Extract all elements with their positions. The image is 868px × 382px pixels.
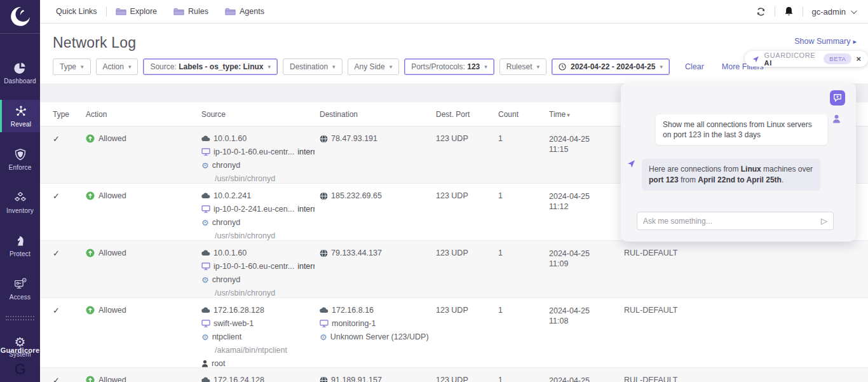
- source-ip: 172.16.24.128: [214, 376, 264, 382]
- divider: [775, 6, 775, 17]
- filter-date-range[interactable]: 2024-04-22 - 2024-04-25 ▾: [552, 58, 670, 75]
- top-nav-right: gc-admin: [756, 6, 855, 17]
- source-process: chronyd: [212, 218, 240, 227]
- filter-label: 2024-04-22 - 2024-04-25: [571, 62, 655, 71]
- col-header-destination[interactable]: Destination: [320, 110, 436, 119]
- brand-text: Guardicore: [0, 346, 40, 354]
- divider: [803, 6, 803, 17]
- row-check: ✓: [53, 249, 86, 258]
- filter-source[interactable]: Source: Labels - os_type: Linux▾: [143, 58, 278, 75]
- source-process: ntpclient: [212, 332, 242, 341]
- sidebar-item-access[interactable]: Access: [0, 273, 40, 305]
- sidebar-item-dashboard[interactable]: Dashboard: [0, 57, 40, 89]
- filter-label: Type: [60, 62, 76, 71]
- refresh-icon: [756, 7, 766, 17]
- ruleset: RUL-DEFAULT: [624, 306, 868, 315]
- action-label: Allowed: [98, 249, 126, 257]
- ai-chat-panel: Show me all connections from Linux serve…: [621, 83, 856, 242]
- cloud-icon: [201, 193, 210, 199]
- guardicore-ai-icon: [627, 159, 636, 168]
- destination-hostname: monitoring-1: [332, 319, 376, 328]
- allowed-icon: [86, 134, 95, 143]
- show-summary-link[interactable]: Show Summary ▸: [794, 37, 857, 46]
- guardicore-crescent-logo[interactable]: [0, 0, 40, 34]
- sidebar-item-inventory[interactable]: Inventory: [0, 186, 40, 219]
- filter-label: Ports/Protocols: 123: [411, 62, 480, 71]
- sidebar-item-protect[interactable]: Protect: [0, 229, 40, 262]
- page-title: Network Log: [53, 34, 855, 51]
- chevron-down-icon: [851, 8, 857, 14]
- ai-message-row: Here are connections from Linux machines…: [627, 159, 820, 191]
- nav-link-agents[interactable]: Agents: [225, 7, 264, 16]
- table-row[interactable]: ✓ Allowed 172.16.24.128 91.189.91.157 12…: [40, 368, 868, 382]
- caret-down-icon: ▾: [81, 64, 84, 70]
- source-process-path: /usr/sbin/chronyd: [215, 231, 315, 240]
- table-row[interactable]: ✓ Allowed 10.0.1.60 ip-10-0-1-60.eu-cent…: [40, 241, 868, 298]
- filter-action[interactable]: Action▾: [96, 58, 139, 75]
- sidebar-item-reveal[interactable]: Reveal: [0, 100, 40, 132]
- close-icon[interactable]: ×: [856, 55, 861, 63]
- source-process: chronyd: [212, 161, 240, 170]
- source-hostname-suffix: internal: [297, 147, 315, 156]
- cloud-icon: [320, 307, 329, 313]
- ruleset: RUL-DEFAULT: [624, 376, 868, 382]
- filter-any-side[interactable]: Any Side▾: [348, 58, 400, 75]
- count: 1: [498, 249, 549, 257]
- quick-links[interactable]: Quick Links: [56, 7, 97, 16]
- source-process-path: /usr/sbin/chronyd: [215, 289, 315, 297]
- nav-link-label: Explore: [130, 7, 157, 16]
- filter-label: Ruleset: [506, 62, 532, 71]
- allowed-icon: [86, 306, 95, 315]
- col-header-action[interactable]: Action: [86, 110, 201, 119]
- col-header-source[interactable]: Source: [201, 110, 320, 119]
- bell-icon: [784, 6, 794, 17]
- filter-ports[interactable]: Ports/Protocols: 123▾: [404, 58, 494, 75]
- nav-link-rules[interactable]: Rules: [173, 7, 208, 16]
- filter-ruleset[interactable]: Ruleset▾: [499, 58, 546, 75]
- source-hostname: swift-web-1: [214, 319, 254, 328]
- filter-type[interactable]: Type▾: [53, 58, 91, 75]
- guardicore-ai-icon: [752, 55, 760, 64]
- col-header-time[interactable]: Time▾: [549, 110, 624, 119]
- col-header-type[interactable]: Type: [53, 110, 86, 119]
- time: 2024-04-2511:09: [549, 249, 624, 269]
- notifications-button[interactable]: [784, 6, 794, 17]
- col-header-count[interactable]: Count: [498, 110, 549, 119]
- cloud-icon: [201, 250, 210, 256]
- col-header-dest-port[interactable]: Dest. Port: [436, 110, 498, 119]
- caret-down-icon: ▾: [332, 64, 336, 70]
- source-ip: 10.0.1.60: [214, 249, 247, 257]
- sidebar-item-label: Protect: [10, 250, 31, 257]
- divider: [106, 6, 107, 17]
- crescent-icon: [10, 6, 31, 27]
- send-icon[interactable]: ▷: [821, 216, 827, 226]
- sidebar-item-enforce[interactable]: Enforce: [0, 143, 40, 175]
- ai-chat-input[interactable]: [643, 217, 821, 226]
- destination-ip: 91.189.91.157: [331, 376, 382, 382]
- user-menu[interactable]: gc-admin: [812, 7, 855, 17]
- filter-destination[interactable]: Destination▾: [283, 58, 342, 75]
- network-graph-icon: [14, 104, 28, 118]
- refresh-button[interactable]: [756, 7, 766, 17]
- clear-filters-link[interactable]: Clear: [685, 62, 704, 71]
- shield-icon: [13, 147, 27, 161]
- table-row[interactable]: ✓ Allowed 172.16.28.128 swift-web-1 ⚙ntp…: [40, 298, 868, 368]
- source-hostname-suffix: internal: [297, 205, 315, 214]
- cloud-icon: [201, 307, 210, 313]
- new-chat-button[interactable]: [830, 90, 845, 106]
- row-check: ✓: [53, 376, 86, 382]
- caret-down-icon: ▾: [484, 64, 487, 70]
- remote-access-icon: [13, 277, 27, 291]
- destination-ip: 78.47.93.191: [331, 134, 377, 143]
- sidebar-footer: Guardicore G: [0, 346, 40, 377]
- nav-link-explore[interactable]: Explore: [116, 7, 157, 16]
- time: 2024-04-25: [549, 376, 624, 382]
- source-ip: 10.0.2.241: [214, 191, 251, 200]
- globe-icon: [320, 135, 328, 143]
- chess-knight-icon: [13, 234, 27, 248]
- top-nav: Quick Links Explore Rules Agents: [40, 0, 868, 24]
- folder-icon: [225, 8, 236, 16]
- username: gc-admin: [812, 7, 846, 17]
- sidebar-item-label: Inventory: [6, 207, 34, 214]
- show-summary-label: Show Summary: [794, 37, 850, 46]
